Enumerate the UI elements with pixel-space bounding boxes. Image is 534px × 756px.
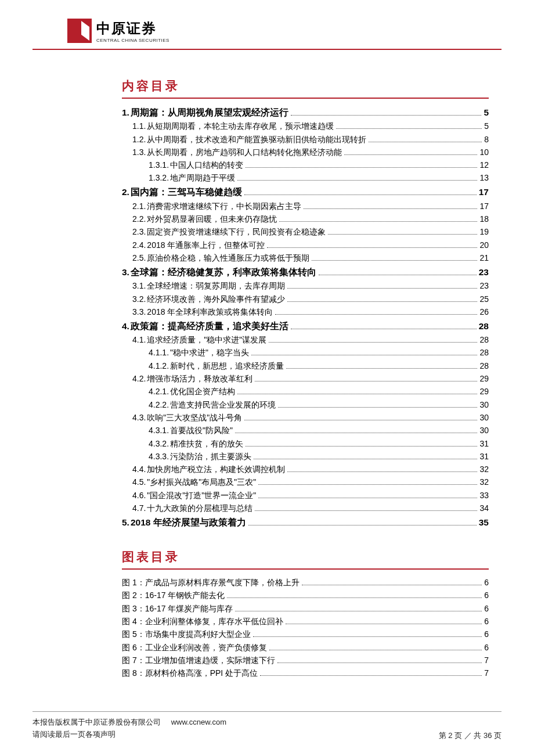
figure-entry[interactable]: 图 8：原材料价格高涨，PPI 处于高位7 <box>122 668 489 679</box>
figure-entry-label: 图 3：16-17 年煤炭产能与库存 <box>122 604 233 614</box>
toc-entry[interactable]: 4.政策篇：提高经济质量，追求美好生活28 <box>122 321 489 333</box>
toc-entry-label: 追求经济质量，"稳中求进"谋发展 <box>147 335 266 345</box>
toc-entry-number: 4.1.2. <box>149 361 169 370</box>
toc-entry[interactable]: 4.2.1.优化国企资产结构29 <box>122 387 489 397</box>
toc-entry-label: 国内篇：三驾马车稳健趋缓 <box>131 186 242 199</box>
toc-entry[interactable]: 4.1.追求经济质量，"稳中求进"谋发展28 <box>122 335 489 345</box>
toc-entry[interactable]: 3.3.2018 年全球利率政策或将集体转向26 <box>122 307 489 318</box>
toc-entry[interactable]: 3.1.全球经增速：弱复苏周期，去库存周期23 <box>122 281 489 291</box>
toc-entry-page: 31 <box>479 452 489 461</box>
toc-entry[interactable]: 1.周期篇：从周期视角展望宏观经济运行5 <box>122 107 489 119</box>
toc-entry-page: 5 <box>484 107 489 118</box>
figure-entry-page: 6 <box>484 604 489 613</box>
toc-entry-label: 地产周期趋于平缓 <box>170 173 235 183</box>
figure-entry[interactable]: 图 1：产成品与原材料库存景气度下降，价格上升6 <box>122 578 489 588</box>
toc-entry[interactable]: 1.3.1.中国人口结构的转变12 <box>122 160 489 171</box>
toc-entry-number: 4.3. <box>132 413 146 422</box>
toc-entry-label: 周期篇：从周期视角展望宏观经济运行 <box>131 107 288 119</box>
toc-entry-label: 污染防治，抓主要源头 <box>170 452 251 462</box>
disclaimer-text: 请阅读最后一页各项声明 <box>33 729 226 741</box>
toc-entry-page: 17 <box>479 187 489 197</box>
figure-entry-label: 图 6：工业企业利润改善，资产负债修复 <box>122 643 267 653</box>
toc-entry[interactable]: 4.3.2.精准扶贫，有的放矢31 <box>122 439 489 449</box>
toc-entry[interactable]: 4.7.十九大政策的分层梳理与总结34 <box>122 503 489 514</box>
footer-left: 本报告版权属于中原证券股份有限公司 www.ccnew.com 请阅读最后一页各… <box>33 717 226 741</box>
toc-entry-number: 4.3.2. <box>149 439 169 448</box>
toc-entry[interactable]: 4.1.1."稳中求进"，稳字当头28 <box>122 348 489 358</box>
toc-entry-page: 23 <box>479 267 489 278</box>
toc-leader-dots <box>235 429 477 433</box>
toc-entry-label: 优化国企资产结构 <box>170 387 235 397</box>
toc-entry[interactable]: 4.3.3.污染防治，抓主要源头31 <box>122 452 489 462</box>
toc-leader-dots <box>246 441 477 446</box>
toc-leader-dots <box>251 351 477 355</box>
toc-entry-label: 消费需求增速继续下行，中长期因素占主导 <box>147 201 301 212</box>
toc-entry[interactable]: 2.5.原油价格企稳，输入性通胀压力或将低于预期21 <box>122 253 489 264</box>
toc-entry[interactable]: 4.5."乡村振兴战略"布局惠及"三农"32 <box>122 477 489 488</box>
toc-entry[interactable]: 4.2.2.营造支持民营企业发展的环境30 <box>122 400 489 411</box>
toc-entry-number: 2.2. <box>132 214 146 224</box>
toc-leader-dots <box>369 137 482 142</box>
toc-entry[interactable]: 3.全球篇：经济稳健复苏，利率政策将集体转向23 <box>122 267 489 279</box>
figure-entry[interactable]: 图 6：工业企业利润改善，资产负债修复6 <box>122 643 489 653</box>
figure-entry[interactable]: 图 2：16-17 年钢铁产能去化6 <box>122 591 489 601</box>
toc-entry-page: 23 <box>479 281 489 290</box>
figure-entry-page: 6 <box>484 591 489 600</box>
toc-entry[interactable]: 2.国内篇：三驾马车稳健趋缓17 <box>122 186 489 199</box>
toc-leader-dots <box>269 338 477 343</box>
toc-entry[interactable]: 1.3.从长周期看，房地产趋弱和人口结构转化拖累经济动能10 <box>122 147 489 158</box>
figure-leader-dots <box>235 606 482 611</box>
toc-entry-label: 增强市场活力，释放改革红利 <box>147 374 252 384</box>
toc-entry[interactable]: 4.3.1.首要战役"防风险"30 <box>122 426 489 436</box>
toc-entry[interactable]: 4.1.2.新时代，新思想，追求经济质量28 <box>122 361 489 372</box>
toc-entry-number: 3.1. <box>132 281 146 290</box>
document-header: 中原证券 CENTRAL CHINA SECURITIES <box>33 0 501 50</box>
copyright-text: 本报告版权属于中原证券股份有限公司 <box>33 718 161 726</box>
toc-leader-dots <box>287 467 477 472</box>
page-footer: 本报告版权属于中原证券股份有限公司 www.ccnew.com 请阅读最后一页各… <box>33 711 501 741</box>
figure-leader-dots <box>260 671 482 676</box>
logo-text-block: 中原证券 CENTRAL CHINA SECURITIES <box>96 19 169 43</box>
toc-leader-dots <box>291 110 481 116</box>
toc-leader-dots <box>344 150 477 155</box>
toc-entry-label: 精准扶贫，有的放矢 <box>170 439 243 449</box>
toc-entry-page: 32 <box>479 465 489 474</box>
toc-entry-number: 2.1. <box>132 201 146 211</box>
toc-entry[interactable]: 4.6."国企混改"打造"世界一流企业"33 <box>122 491 489 501</box>
toc-leader-dots <box>336 124 482 129</box>
toc-entry-number: 4.6. <box>132 491 146 500</box>
toc-entry-label: 新时代，新思想，追求经济质量 <box>170 361 284 372</box>
toc-leader-dots <box>255 377 477 381</box>
toc-entry[interactable]: 1.3.2.地产周期趋于平缓13 <box>122 173 489 183</box>
toc-entry-number: 4.2.2. <box>149 400 169 409</box>
figure-entry[interactable]: 图 3：16-17 年煤炭产能与库存6 <box>122 604 489 614</box>
toc-entry[interactable]: 4.2.增强市场活力，释放改革红利29 <box>122 374 489 384</box>
toc-entry-page: 25 <box>479 294 489 304</box>
toc-entry[interactable]: 4.4.加快房地产税立法，构建长效调控机制32 <box>122 465 489 475</box>
toc-entry[interactable]: 1.1.从短期周期看，本轮主动去库存收尾，预示增速趋缓5 <box>122 121 489 132</box>
toc-entry[interactable]: 1.2.从中周期看，技术改造和产能置换驱动新旧供给动能出现转折8 <box>122 135 489 145</box>
toc-entry[interactable]: 2.1.消费需求增速继续下行，中长期因素占主导17 <box>122 201 489 212</box>
toc-entry-page: 10 <box>479 147 489 157</box>
toc-entry[interactable]: 5.2018 年经济展望与政策着力35 <box>122 517 489 529</box>
toc-leader-dots <box>278 402 477 407</box>
figure-entry[interactable]: 图 7：工业增加值增速趋缓，实际增速下行7 <box>122 656 489 666</box>
toc-entry[interactable]: 4.3.吹响"三大攻坚战"战斗号角30 <box>122 413 489 423</box>
toc-entry-number: 4.2.1. <box>149 387 169 396</box>
figure-entry-label: 图 8：原材料价格高涨，PPI 处于高位 <box>122 668 258 679</box>
website-text: www.ccnew.com <box>171 718 226 726</box>
toc-leader-dots <box>304 204 477 208</box>
figure-entry[interactable]: 图 4：企业利润整体修复，库存水平低位回补6 <box>122 617 489 627</box>
toc-entry-page: 20 <box>479 240 489 250</box>
toc-leader-dots <box>328 230 477 235</box>
toc-entry[interactable]: 2.4.2018 年通胀率上行，但整体可控20 <box>122 240 489 251</box>
toc-leader-dots <box>254 454 477 459</box>
toc-entry[interactable]: 3.2.经济环境改善，海外风险事件有望减少25 <box>122 294 489 305</box>
toc-entry[interactable]: 2.3.固定资产投资增速继续下行，民间投资有企稳迹象19 <box>122 227 489 237</box>
toc-entry[interactable]: 2.2.对外贸易显著回暖，但未来仍存隐忧18 <box>122 214 489 225</box>
toc-entry-page: 12 <box>479 160 489 170</box>
toc-entry-label: 从长周期看，房地产趋弱和人口结构转化拖累经济动能 <box>147 147 342 158</box>
figure-entry-page: 6 <box>484 617 489 626</box>
figure-entry[interactable]: 图 5：市场集中度提高利好大型企业6 <box>122 629 489 640</box>
toc-entry-number: 3.3. <box>132 307 146 316</box>
